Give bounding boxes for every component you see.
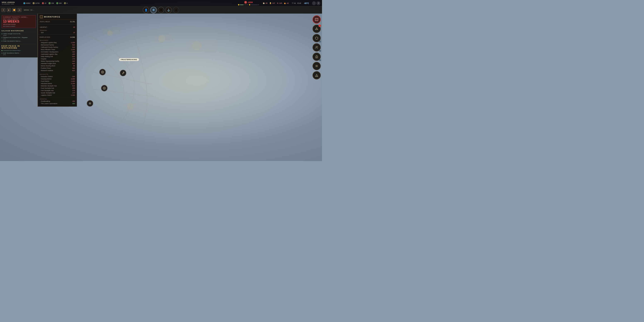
- toolbar-ship-icon[interactable]: ⚓: [165, 7, 172, 13]
- salvage-quest-3: Keep Cold absent in New Lo...: [2, 40, 36, 42]
- workforce-panel[interactable]: ⚒ WORKFORCE AVAILABLE: 21,761 ABSENT: 15…: [38, 14, 77, 106]
- buildings-sublabel: BUILDINGS:: [38, 39, 77, 41]
- right-btn-people[interactable]: 1: [312, 43, 321, 52]
- unrest-bar: [251, 4, 258, 5]
- map-action-btn-2[interactable]: [120, 70, 126, 76]
- shield-num: 3: [319, 41, 321, 42]
- peace-section: KEEP PEACE IN WINTERHOME Research 'Surve…: [2, 44, 36, 55]
- employed-value: 14,866: [70, 36, 75, 38]
- unrest-val: 0: [258, 4, 259, 5]
- right-btn-map[interactable]: [312, 16, 321, 24]
- right-panel: 1 3 1 1: [311, 14, 322, 80]
- peace-title: KEEP PEACE IN WINTERHOME: [2, 44, 36, 49]
- salvage-progress-1: (4/40): [3, 35, 22, 36]
- svg-point-23: [317, 46, 318, 47]
- map-action-btn-1[interactable]: [99, 69, 106, 75]
- employed-label: EMPLOYED:: [40, 36, 51, 38]
- food-stock-icon: 🌿: [56, 2, 58, 4]
- shield-icon: 🛡: [292, 2, 294, 4]
- salvage-quest-2: Research and construct Gen... Regulator …: [2, 37, 36, 40]
- building-research-institute: Research Institute -612: [38, 69, 77, 72]
- workforce-header: ⚒ WORKFORCE: [38, 14, 77, 20]
- toolbar-people-icon[interactable]: 👤: [143, 7, 149, 13]
- general-lovers-automatons: 'The Lovers' automatons 800: [38, 102, 77, 105]
- fast-forward-button[interactable]: ⏩: [12, 8, 16, 12]
- map-icon: [315, 18, 318, 21]
- right-btn-shield[interactable]: 3: [312, 34, 321, 42]
- employed-section: EMPLOYED: 14,866: [38, 35, 77, 39]
- svg-rect-25: [316, 56, 317, 56]
- district-extraction: Extraction District -330: [38, 75, 77, 78]
- unrest-icon: ✊: [249, 4, 250, 6]
- mountain-icon: [315, 74, 318, 77]
- peace-progress-2: (0/2): [3, 54, 20, 55]
- building-mechanical-factory: Mechanical Factory -510: [38, 44, 77, 46]
- settings-button[interactable]: ⚙: [317, 2, 320, 5]
- fuel-icon: 🔥: [284, 2, 286, 4]
- population-resources: 👥 45802 ⚒ 21761 ✚ 15 🌿 13K 🌿 10K ⚑ 4: [22, 2, 236, 4]
- toolbar-tools-icon[interactable]: ⚙: [158, 7, 164, 13]
- happiness-bar-container: 😐 0: [238, 4, 248, 6]
- salvage-dot-3: [2, 40, 2, 42]
- outburst-weeks: 13 WEEKS: [3, 20, 34, 24]
- steam-cores-icon: ⬡: [244, 1, 247, 4]
- settings-map-icon: [88, 102, 92, 105]
- food-icon: 🌿: [48, 2, 51, 4]
- sick-icon: ✚: [42, 2, 44, 4]
- pause-button[interactable]: ⏸: [2, 8, 5, 12]
- svg-rect-5: [138, 103, 148, 112]
- salvage-text-3: Keep Cold absent in New Lo...: [3, 40, 21, 42]
- general-frostbreaking: Frostbreaking -200: [38, 100, 77, 102]
- buildings-list: Vanguard Logistics Bay -1,530 Mechanical…: [38, 41, 77, 72]
- svg-point-10: [127, 103, 134, 110]
- toolbar-center-icons: 👤 ❄ ⚙ ⚓ ◈: [143, 7, 179, 13]
- materials-resource: ⚙ -145: [277, 2, 282, 4]
- map-action-btn-4[interactable]: [87, 100, 93, 106]
- district-fuel-hub: Fuel Stockpile Hub -170: [38, 89, 77, 92]
- buildings-num: 1: [319, 60, 321, 61]
- faster-forward-button[interactable]: ⏭: [18, 8, 22, 12]
- svg-rect-7: [204, 40, 216, 52]
- city-name: NEW LONDON: [2, 2, 20, 3]
- salvage-text-2: Research and construct Gen... Regulator: [3, 37, 28, 38]
- shield-display: 🛡 41: [292, 2, 296, 4]
- building-dense-housing: Dense Housing Block -86: [38, 64, 77, 67]
- happiness-val: 0: [248, 4, 248, 5]
- list-icon: [315, 64, 318, 68]
- svg-point-21: [316, 29, 317, 30]
- workforce-title: WORKFORCE: [44, 16, 60, 18]
- right-btn-mountain[interactable]: [312, 71, 321, 80]
- svg-rect-1: [113, 28, 119, 34]
- district-food-hub: Food Stockpile Hub -255: [38, 87, 77, 89]
- building-deep-melting-drill: Deep Melting Drill -510: [38, 55, 77, 58]
- toolbar-extra-icon[interactable]: ◈: [173, 7, 179, 13]
- status-bars: 😐 0 ✊ 0: [238, 4, 259, 6]
- svg-point-22: [316, 46, 317, 48]
- help-button[interactable]: ?: [312, 2, 316, 5]
- sick-value: 15: [73, 32, 75, 34]
- workforce-available-section: AVAILABLE: 21,761: [38, 20, 77, 24]
- gear-display: ⚙ 40: [297, 2, 301, 4]
- health-resource: 🏠 -85: [263, 2, 268, 4]
- happiness-bar: [240, 4, 247, 5]
- building-vanguard-logistics: Vanguard Logistics Bay -1,530: [38, 41, 77, 44]
- toolbar-snowflake-icon[interactable]: ❄: [150, 7, 157, 13]
- play-button[interactable]: ▶: [7, 8, 11, 12]
- people-right-icon: [315, 46, 318, 49]
- right-btn-list[interactable]: [312, 62, 321, 70]
- fuel-resource: 🔥 -43: [284, 2, 289, 4]
- temperature-area: -60°C: [302, 2, 310, 4]
- outburst-desc: will increase toxicity: [3, 24, 34, 25]
- salvage-text-1: Gather enough Cores for the...: [3, 33, 22, 35]
- right-btn-buildings[interactable]: 1: [312, 52, 321, 61]
- workforce-icon: ⚒: [40, 15, 43, 18]
- hud-far-right: ? ⚙: [310, 2, 322, 5]
- right-btn-alerts[interactable]: 1: [312, 25, 321, 33]
- second-toolbar: ⏸ ▶ ⏩ ⏭ WEEK: GI... 👤 ❄ ⚙ ⚓ ◈: [0, 6, 322, 14]
- district-housing: Housing District -2,958: [38, 78, 77, 80]
- peace-text-1: Research 'Surveillance Wat...': [3, 50, 21, 52]
- district-food: Food District -1,920: [38, 80, 77, 82]
- map-action-btn-3[interactable]: [101, 85, 108, 92]
- right-resources: 🏠 -85 🥫 -137 ⚙ -145 🔥 -43: [261, 2, 290, 4]
- sick-display: ✚ 15: [42, 2, 46, 4]
